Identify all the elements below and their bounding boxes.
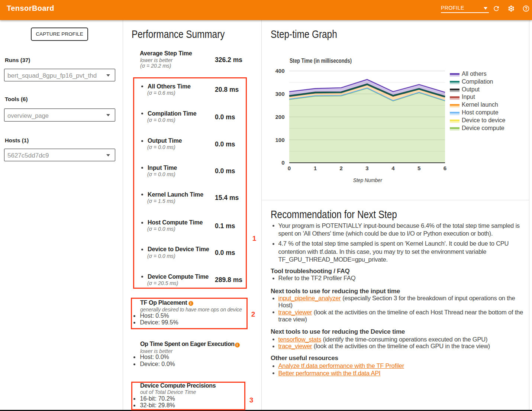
svg-text:Output: Output — [462, 86, 480, 93]
svg-text:3: 3 — [365, 165, 368, 171]
svg-text:Device compute: Device compute — [462, 125, 504, 131]
svg-text:0: 0 — [288, 165, 291, 171]
svg-text:Step Time (in milliseconds): Step Time (in milliseconds) — [290, 58, 352, 64]
svg-text:All others: All others — [462, 71, 487, 77]
svg-text:100: 100 — [275, 137, 284, 143]
svg-text:300: 300 — [275, 91, 284, 97]
svg-text:0: 0 — [281, 159, 284, 166]
svg-text:Step Number: Step Number — [353, 177, 383, 183]
svg-text:Device to device: Device to device — [462, 117, 505, 123]
svg-text:Compilation: Compilation — [462, 78, 493, 85]
svg-text:2: 2 — [340, 165, 343, 171]
svg-text:400: 400 — [275, 68, 284, 74]
svg-text:6: 6 — [444, 165, 446, 171]
svg-text:5: 5 — [417, 165, 420, 171]
svg-text:Kernel launch: Kernel launch — [462, 101, 498, 108]
svg-text:Input: Input — [462, 94, 475, 100]
svg-text:4: 4 — [391, 165, 395, 171]
svg-text:Host compute: Host compute — [462, 109, 499, 116]
svg-text:1: 1 — [314, 165, 317, 171]
svg-text:200: 200 — [275, 114, 284, 120]
